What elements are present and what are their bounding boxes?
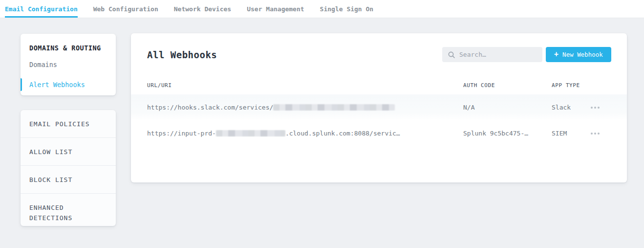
- table-row: https://hooks.slack.com/services/ N/A Sl…: [131, 94, 627, 120]
- panel-header: All Webhooks + New Webhook: [131, 33, 627, 62]
- app-type-cell: SIEM: [552, 130, 590, 137]
- row-actions-button[interactable]: [590, 104, 619, 112]
- url-text: https://hooks.slack.com/services/: [147, 104, 273, 111]
- url-text: https://input-prd-: [147, 130, 216, 137]
- table-row: https://input-prd-.cloud.splunk.com:8088…: [131, 120, 627, 146]
- search-input[interactable]: [459, 51, 537, 58]
- column-header-auth-code: AUTH CODE: [463, 82, 552, 89]
- webhooks-panel: All Webhooks + New Webhook URL/URI AUTH …: [131, 33, 627, 182]
- webhook-url-cell: https://input-prd-.cloud.splunk.com:8088…: [147, 130, 463, 137]
- column-header-app-type: APP TYPE: [552, 82, 590, 89]
- active-indicator: [21, 78, 22, 91]
- webhook-url-cell: https://hooks.slack.com/services/: [147, 104, 463, 111]
- column-header-url: URL/URI: [147, 82, 463, 89]
- app-type-cell: Slack: [552, 104, 590, 111]
- ellipsis-icon: [591, 133, 593, 135]
- auth-code-cell: Splunk 9c5bc475-…: [463, 130, 552, 137]
- top-navigation: Email Configuration Web Configuration Ne…: [0, 0, 644, 18]
- auth-code-cell: N/A: [463, 104, 552, 111]
- plus-icon: +: [554, 51, 558, 58]
- domains-routing-heading: DOMAINS & ROUTING: [29, 44, 107, 52]
- sidebar-sections-card: EMAIL POLICIES ALLOW LIST BLOCK LIST ENH…: [21, 110, 116, 226]
- row-actions-button[interactable]: [590, 130, 619, 137]
- sidebar-item-domains[interactable]: Domains: [21, 57, 116, 72]
- sidebar-item-enhanced-detections[interactable]: ENHANCED DETECTIONS: [21, 193, 116, 231]
- redacted-url-segment: [216, 130, 285, 136]
- search-box: [442, 47, 542, 62]
- tab-user-management[interactable]: User Management: [247, 0, 304, 18]
- tab-network-devices[interactable]: Network Devices: [174, 0, 231, 18]
- redacted-url-segment: [273, 104, 395, 111]
- url-text: .cloud.splunk.com:8088/servic…: [285, 130, 400, 137]
- table-header-row: URL/URI AUTH CODE APP TYPE: [131, 62, 627, 94]
- sidebar-item-label: Alert Webhooks: [29, 81, 85, 89]
- tab-email-configuration[interactable]: Email Configuration: [5, 0, 78, 18]
- ellipsis-icon: [591, 107, 593, 109]
- search-icon: [448, 51, 455, 58]
- sidebar-item-alert-webhooks[interactable]: Alert Webhooks: [21, 77, 116, 92]
- page-title: All Webhooks: [147, 49, 217, 60]
- sidebar-item-block-list[interactable]: BLOCK LIST: [21, 165, 116, 193]
- new-webhook-button[interactable]: + New Webhook: [546, 47, 611, 62]
- sidebar-item-email-policies[interactable]: EMAIL POLICIES: [21, 110, 116, 137]
- domains-routing-card: DOMAINS & ROUTING Domains Alert Webhooks: [21, 34, 116, 95]
- header-actions: + New Webhook: [442, 47, 611, 62]
- sidebar-item-allow-list[interactable]: ALLOW LIST: [21, 137, 116, 165]
- tab-single-sign-on[interactable]: Single Sign On: [320, 0, 374, 18]
- new-webhook-label: New Webhook: [562, 51, 603, 58]
- tab-web-configuration[interactable]: Web Configuration: [93, 0, 158, 18]
